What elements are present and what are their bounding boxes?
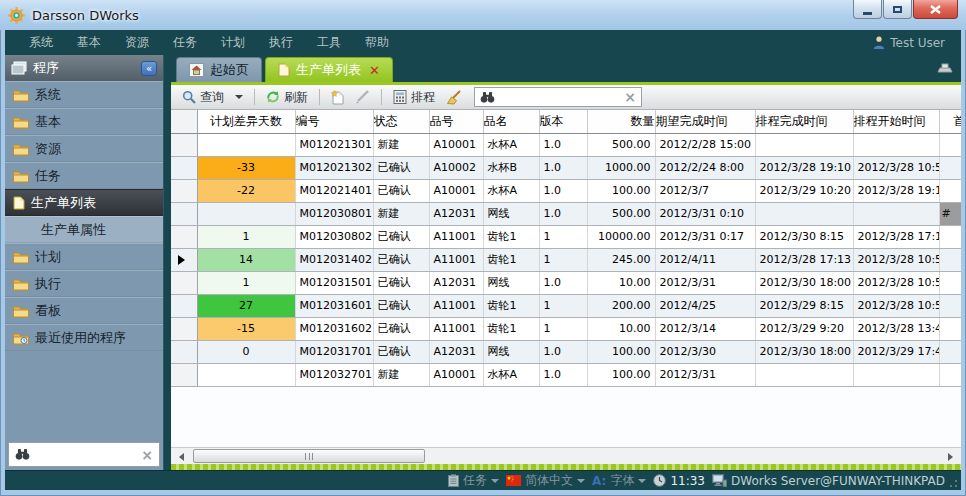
chevron-down-icon	[235, 95, 243, 99]
grid-cell	[939, 317, 961, 340]
menu-item-plan[interactable]: 计划	[209, 34, 257, 51]
grid-header-row: 计划差异天数编号状态品号品名版本数量期望完成时间排程完成时间排程开始时间首	[171, 110, 961, 133]
menu-item-execute[interactable]: 执行	[257, 34, 305, 51]
grid-cell: A12031	[429, 202, 483, 225]
sidebar-search-clear-icon[interactable]: ×	[141, 448, 153, 462]
grid-cell: 100.00	[587, 363, 655, 386]
sidebar-item-production-order-list[interactable]: 生产单列表	[5, 189, 163, 216]
sidebar-item-system[interactable]: 系统	[5, 81, 163, 108]
table-row[interactable]: M012030801新建A12031网线1.0500.002012/3/31 0…	[171, 202, 961, 225]
current-user[interactable]: Test User	[873, 36, 949, 50]
refresh-button[interactable]: 刷新	[263, 89, 311, 106]
sidebar-item-recent-programs[interactable]: 最近使用的程序	[5, 324, 163, 351]
table-row[interactable]: 14M012031402已确认A11001齿轮11245.002012/4/11…	[171, 248, 961, 271]
sidebar-search-input[interactable]	[36, 448, 135, 462]
scroll-left-button[interactable]	[173, 450, 190, 463]
maximize-button[interactable]	[883, 0, 912, 19]
grid-cell: 已确认	[373, 225, 429, 248]
grid-cell: 1.0	[539, 202, 587, 225]
grid-cell	[755, 202, 853, 225]
tab-close-icon[interactable]: ✕	[369, 64, 380, 77]
clean-button[interactable]	[443, 90, 465, 105]
grid-cell: -22	[197, 179, 295, 202]
grid-cell: 1	[539, 225, 587, 248]
column-header[interactable]: 编号	[295, 110, 373, 133]
column-header[interactable]: 计划差异天数	[197, 110, 295, 133]
table-row[interactable]: -22M012021401已确认A10001水杯A1.0100.002012/3…	[171, 179, 961, 202]
status-task-menu[interactable]: 任务	[448, 472, 499, 489]
grid-table: 计划差异天数编号状态品号品名版本数量期望完成时间排程完成时间排程开始时间首 M0…	[171, 110, 961, 387]
grid-cell: 已确认	[373, 340, 429, 363]
folder-icon	[13, 304, 29, 318]
grid-cell: A10002	[429, 156, 483, 179]
status-font-menu[interactable]: A: 字体	[592, 472, 646, 489]
scroll-right-button[interactable]	[942, 450, 959, 463]
table-row[interactable]: -15M012031602已确认A11001齿轮1110.002012/3/14…	[171, 317, 961, 340]
minimize-button[interactable]	[853, 0, 882, 19]
table-row[interactable]: 1M012030802已确认A11001齿轮1110000.002012/3/3…	[171, 225, 961, 248]
column-header[interactable]: 排程完成时间	[755, 110, 853, 133]
menu-item-system[interactable]: 系统	[17, 34, 65, 51]
scrollbar-thumb[interactable]	[193, 449, 425, 463]
table-row[interactable]: M012021301新建A10001水杯A1.0500.002012/2/28 …	[171, 133, 961, 156]
column-header[interactable]: 期望完成时间	[655, 110, 755, 133]
row-indicator	[171, 340, 197, 363]
grid-cell: 100.00	[587, 340, 655, 363]
menu-item-resource[interactable]: 资源	[113, 34, 161, 51]
table-row[interactable]: -33M012021302已确认A10002水杯B1.01000.002012/…	[171, 156, 961, 179]
sidebar-item-basic[interactable]: 基本	[5, 108, 163, 135]
sidebar-item-execute[interactable]: 执行	[5, 270, 163, 297]
grid-cell: 齿轮1	[483, 317, 539, 340]
sidebar-item-plan[interactable]: 计划	[5, 243, 163, 270]
window-list-icon[interactable]	[937, 61, 953, 73]
row-indicator	[171, 225, 197, 248]
title-bar[interactable]: Darsson DWorks	[0, 0, 966, 30]
menu-item-basic[interactable]: 基本	[65, 34, 113, 51]
column-header[interactable]: 排程开始时间	[853, 110, 939, 133]
status-server-label: DWorks Server@FUNWAY-THINKPAD	[731, 474, 945, 488]
toolbar-search-box: ×	[474, 87, 642, 107]
sidebar-item-label: 生产单属性	[41, 221, 106, 239]
grid-cell: 1	[539, 248, 587, 271]
column-header[interactable]: 数量	[587, 110, 655, 133]
query-dropdown[interactable]	[232, 95, 246, 99]
menu-item-help[interactable]: 帮助	[353, 34, 401, 51]
sidebar-item-kanban[interactable]: 看板	[5, 297, 163, 324]
grid-cell: 2012/3/30	[655, 340, 755, 363]
toolbar-search-input[interactable]	[500, 90, 619, 104]
column-header[interactable]: 状态	[373, 110, 429, 133]
tab-label: 起始页	[210, 61, 249, 79]
binoculars-icon	[15, 449, 30, 460]
schedule-button[interactable]: 排程	[390, 89, 438, 106]
column-header[interactable]: 品号	[429, 110, 483, 133]
menu-item-task[interactable]: 任务	[161, 34, 209, 51]
tab-start-page[interactable]: 起始页	[176, 57, 262, 82]
column-header[interactable]: 品名	[483, 110, 539, 133]
grid-cell: 2012/3/28 10:52	[853, 248, 939, 271]
grid-cell: 2012/3/28 19:10	[755, 156, 853, 179]
sidebar-item-task[interactable]: 任务	[5, 162, 163, 189]
edit-button[interactable]	[352, 90, 373, 104]
table-row[interactable]: 1M012031501已确认A12031网线1.010.002012/3/312…	[171, 271, 961, 294]
column-header[interactable]: 首	[939, 110, 961, 133]
grid-cell	[755, 363, 853, 386]
query-button[interactable]: 查询	[179, 89, 227, 106]
horizontal-scrollbar[interactable]	[171, 447, 961, 464]
new-record-button[interactable]	[328, 90, 347, 105]
close-button[interactable]	[913, 0, 958, 19]
grid-cell: M012031602	[295, 317, 373, 340]
column-header[interactable]: 版本	[539, 110, 587, 133]
resize-grip[interactable]	[949, 479, 958, 488]
status-language-menu[interactable]: 简体中文	[506, 472, 585, 489]
sidebar-item-resource[interactable]: 资源	[5, 135, 163, 162]
sidebar-collapse-button[interactable]: «	[141, 61, 157, 76]
sidebar-item-production-order-properties[interactable]: 生产单属性	[5, 216, 163, 243]
menu-item-tools[interactable]: 工具	[305, 34, 353, 51]
table-row[interactable]: 0M012031701已确认A12031网线1.0100.002012/3/30…	[171, 340, 961, 363]
sidebar-splitter[interactable]	[163, 55, 171, 470]
table-row[interactable]: M012032701新建A10001水杯A1.0100.002012/3/31	[171, 363, 961, 386]
table-row[interactable]: 27M012031601已确认A11001齿轮11200.002012/4/25…	[171, 294, 961, 317]
toolbar-search-clear-icon[interactable]: ×	[624, 90, 636, 104]
tab-production-order-list[interactable]: 生产单列表 ✕	[265, 57, 393, 82]
grid-cell: M012030801	[295, 202, 373, 225]
